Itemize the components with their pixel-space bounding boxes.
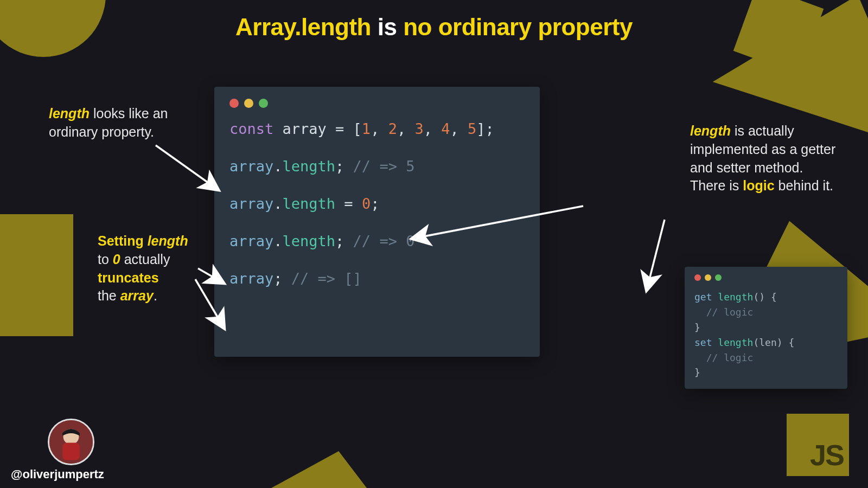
svg-line-0 [156, 145, 218, 190]
close-icon [694, 274, 701, 281]
author-avatar [48, 419, 94, 465]
code-small: get length() { // logic } set length(len… [694, 290, 838, 380]
code-main: const array = [1, 2, 3, 4, 5]; array.len… [229, 120, 525, 288]
title-part3: no ordinary property [403, 14, 633, 40]
title-part2: is [378, 14, 397, 40]
minimize-icon [705, 274, 711, 281]
svg-rect-7 [62, 443, 80, 460]
minimize-icon [244, 99, 253, 108]
callout3-text2: behind it. [775, 178, 833, 193]
author-handle: @oliverjumpertz [11, 467, 104, 481]
callout3-hl1: length [690, 123, 731, 138]
svg-line-4 [647, 220, 665, 290]
code-window-main: const array = [1, 2, 3, 4, 5]; array.len… [214, 87, 540, 357]
title-part1: Array.length [235, 14, 371, 40]
callout-setting-length: Setting length to 0 actually truncates t… [98, 232, 206, 305]
close-icon [229, 99, 239, 108]
callout-length-ordinary: length looks like an ordinary property. [49, 105, 195, 142]
js-badge: JS [787, 414, 849, 476]
decor-triangle-bottom [203, 427, 452, 488]
maximize-icon [259, 99, 268, 108]
decor-square-left [0, 214, 73, 336]
code-window-getter-setter: get length() { // logic } set length(len… [685, 267, 847, 389]
slide-title: Array.length is no ordinary property [0, 14, 868, 41]
author-block: @oliverjumpertz [11, 419, 104, 481]
maximize-icon [715, 274, 722, 281]
window-controls [229, 99, 525, 108]
callout1-highlight: length [49, 106, 90, 121]
window-controls-small [694, 274, 838, 281]
callout-getter-setter: length is actually implemented as a gett… [690, 122, 842, 195]
callout3-hl2: logic [743, 178, 774, 193]
